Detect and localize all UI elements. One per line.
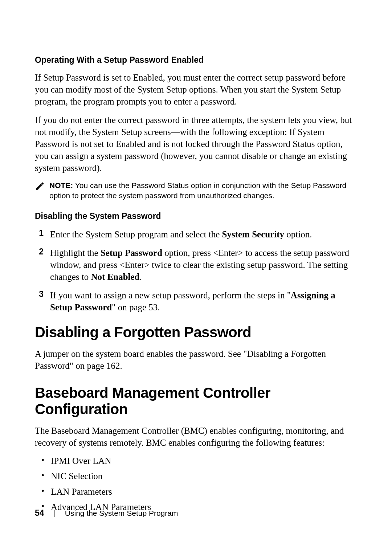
list-item: • NIC Selection: [35, 470, 357, 482]
text: If you want to assign a new setup passwo…: [50, 290, 291, 300]
note-label: NOTE:: [49, 181, 73, 189]
heading-bmc-configuration: Baseboard Management Controller Configur…: [35, 385, 357, 417]
note-pencil-icon: [35, 181, 45, 191]
heading-disabling-system-password: Disabling the System Password: [35, 211, 357, 221]
document-page: Operating With a Setup Password Enabled …: [0, 0, 392, 513]
bullet-marker: •: [35, 455, 51, 465]
bold-text: System Security: [222, 229, 285, 239]
step-number: 2: [35, 247, 50, 283]
text: option.: [284, 229, 312, 239]
paragraph: The Baseboard Management Controller (BMC…: [35, 425, 357, 449]
step-body: Highlight the Setup Password option, pre…: [50, 247, 357, 283]
page-footer: 54 | Using the System Setup Program: [35, 508, 178, 518]
page-number: 54: [35, 508, 44, 518]
text: " on page 53.: [112, 302, 160, 312]
text: .: [140, 272, 142, 282]
list-item: • IPMI Over LAN: [35, 455, 357, 467]
bullet-marker: •: [35, 486, 51, 496]
note-block: NOTE: You can use the Password Status op…: [35, 180, 357, 201]
numbered-steps: 1 Enter the System Setup program and sel…: [35, 228, 357, 313]
step-body: Enter the System Setup program and selec…: [50, 228, 312, 240]
bullet-text: LAN Parameters: [51, 486, 112, 498]
heading-operating-setup-password: Operating With a Setup Password Enabled: [35, 55, 357, 65]
bullet-list: • IPMI Over LAN • NIC Selection • LAN Pa…: [35, 455, 357, 513]
step-number: 1: [35, 228, 50, 240]
paragraph: If you do not enter the correct password…: [35, 114, 357, 174]
list-item: • LAN Parameters: [35, 486, 357, 498]
paragraph: If Setup Password is set to Enabled, you…: [35, 72, 357, 107]
paragraph: A jumper on the system board enables the…: [35, 348, 357, 372]
text: Enter the System Setup program and selec…: [50, 229, 222, 239]
note-text: NOTE: You can use the Password Status op…: [49, 180, 357, 201]
footer-divider: |: [54, 509, 56, 517]
step-body: If you want to assign a new setup passwo…: [50, 289, 357, 313]
bold-text: Not Enabled: [91, 272, 139, 282]
list-item: 3 If you want to assign a new setup pass…: [35, 289, 357, 313]
footer-section-title: Using the System Setup Program: [65, 509, 178, 518]
step-number: 3: [35, 289, 50, 313]
note-body: You can use the Password Status option i…: [49, 181, 346, 200]
bold-text: Setup Password: [101, 248, 162, 258]
text: Highlight the: [50, 248, 101, 258]
bullet-text: NIC Selection: [51, 470, 102, 482]
list-item: 2 Highlight the Setup Password option, p…: [35, 247, 357, 283]
heading-disabling-forgotten-password: Disabling a Forgotten Password: [35, 324, 357, 340]
bullet-text: IPMI Over LAN: [51, 455, 111, 467]
list-item: 1 Enter the System Setup program and sel…: [35, 228, 357, 240]
bullet-marker: •: [35, 470, 51, 481]
